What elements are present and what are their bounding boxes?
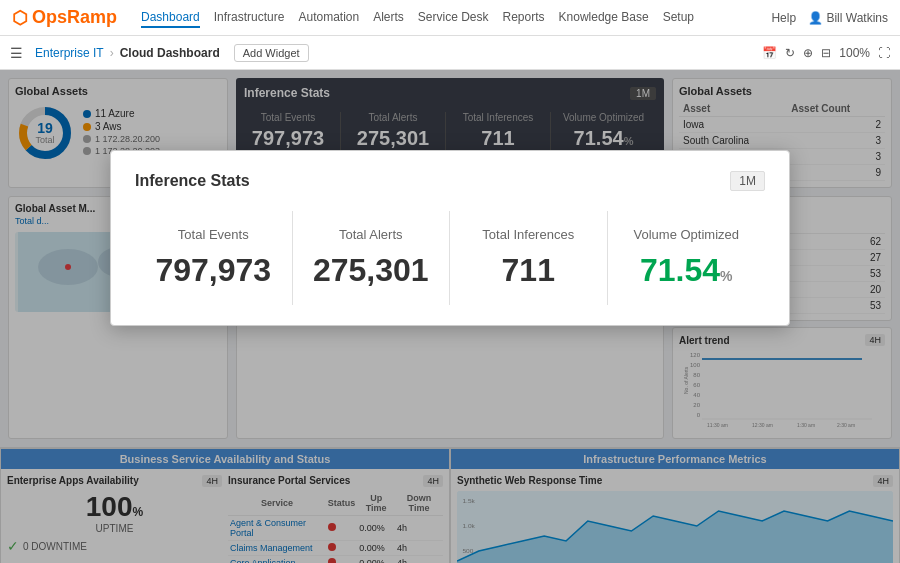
nav-servicedesk[interactable]: Service Desk [418, 8, 489, 28]
modal-stat-alerts-value: 275,301 [301, 252, 442, 289]
user-menu[interactable]: 👤 Bill Watkins [808, 11, 888, 25]
modal-stat-volume: Volume Optimized 71.54% [608, 211, 766, 305]
modal-header: Inference Stats 1M [135, 171, 765, 191]
modal-stat-inferences-value: 711 [458, 252, 599, 289]
nav-automation[interactable]: Automation [298, 8, 359, 28]
nav-infrastructure[interactable]: Infrastructure [214, 8, 285, 28]
top-nav: ⬡ OpsRamp Dashboard Infrastructure Autom… [0, 0, 900, 36]
modal-stat-inferences: Total Inferences 711 [450, 211, 608, 305]
minus-icon[interactable]: ⊟ [821, 46, 831, 60]
modal-stat-events-label: Total Events [143, 227, 284, 242]
add-icon[interactable]: ⊕ [803, 46, 813, 60]
nav-items: Dashboard Infrastructure Automation Aler… [141, 8, 755, 28]
refresh-icon[interactable]: ↻ [785, 46, 795, 60]
logo: ⬡ OpsRamp [12, 7, 117, 29]
modal-badge[interactable]: 1M [730, 171, 765, 191]
breadcrumb-dashboard: Cloud Dashboard [120, 46, 220, 60]
modal-stat-volume-suffix: % [720, 268, 732, 284]
fullscreen-icon[interactable]: ⛶ [878, 46, 890, 60]
nav-setup[interactable]: Setup [663, 8, 694, 28]
modal-stat-volume-label: Volume Optimized [616, 227, 758, 242]
logo-icon: ⬡ [12, 7, 28, 29]
calendar-icon[interactable]: 📅 [762, 46, 777, 60]
help-link[interactable]: Help [771, 11, 796, 25]
logo-text: OpsRamp [32, 7, 117, 28]
breadcrumb-bar: ☰ Enterprise IT › Cloud Dashboard Add Wi… [0, 36, 900, 70]
zoom-level: 100% [839, 46, 870, 60]
nav-alerts[interactable]: Alerts [373, 8, 404, 28]
breadcrumb-enterprise[interactable]: Enterprise IT [35, 46, 104, 60]
modal-stat-alerts: Total Alerts 275,301 [293, 211, 451, 305]
main-content: Global Assets 19 Total [0, 70, 900, 563]
modal-card: Inference Stats 1M Total Events 797,973 … [110, 150, 790, 326]
modal-stat-events: Total Events 797,973 [135, 211, 293, 305]
breadcrumb-separator: › [110, 46, 114, 60]
modal-stat-volume-value: 71.54% [616, 252, 758, 289]
nav-knowledge[interactable]: Knowledge Base [559, 8, 649, 28]
add-widget-button[interactable]: Add Widget [234, 44, 309, 62]
modal-overlay[interactable]: Inference Stats 1M Total Events 797,973 … [0, 70, 900, 563]
nav-right: Help 👤 Bill Watkins [771, 11, 888, 25]
breadcrumb-tools: 📅 ↻ ⊕ ⊟ 100% ⛶ [762, 46, 890, 60]
nav-dashboard[interactable]: Dashboard [141, 8, 200, 28]
nav-reports[interactable]: Reports [503, 8, 545, 28]
modal-stats: Total Events 797,973 Total Alerts 275,30… [135, 211, 765, 305]
modal-stat-alerts-label: Total Alerts [301, 227, 442, 242]
modal-stat-inferences-label: Total Inferences [458, 227, 599, 242]
modal-stat-events-value: 797,973 [143, 252, 284, 289]
modal-title: Inference Stats [135, 172, 250, 190]
menu-icon[interactable]: ☰ [10, 45, 23, 61]
